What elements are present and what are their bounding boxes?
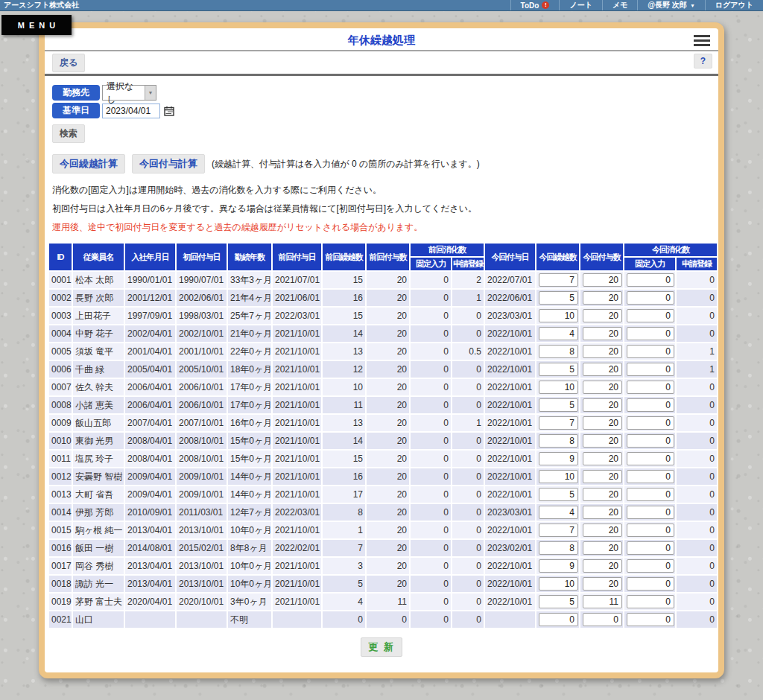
cur-granted-input[interactable] (583, 613, 622, 626)
cur-carryover-input[interactable] (539, 381, 578, 394)
cur-fixed-input[interactable] (627, 434, 674, 448)
cell-prev-carryover: 3 (322, 557, 366, 575)
cell-prev-granted: 20 (366, 450, 410, 468)
cur-fixed-input[interactable] (627, 309, 674, 322)
nav-note[interactable]: ノート (559, 0, 601, 10)
cell-cur-applied: 1 (676, 360, 718, 378)
nav-user-menu[interactable]: @長野 次郎 ▼ (637, 0, 704, 10)
cur-fixed-input[interactable] (627, 541, 674, 555)
cur-granted-input[interactable] (583, 559, 622, 573)
cur-carryover-input[interactable] (539, 613, 578, 626)
cur-carryover-input[interactable] (539, 506, 578, 519)
hamburger-menu-icon[interactable] (694, 35, 710, 48)
cell-prev-granted: 20 (366, 396, 410, 414)
help-button[interactable]: ? (694, 54, 712, 69)
cur-carryover-input[interactable] (539, 541, 578, 555)
cell-cur-carryover (536, 468, 580, 486)
cell-cur-grant-date (484, 611, 536, 629)
cell-first-grant-date: 2002/10/01 (176, 325, 227, 343)
cur-fixed-input[interactable] (627, 452, 674, 465)
cur-fixed-input[interactable] (627, 524, 674, 537)
cur-carryover-input[interactable] (539, 327, 578, 340)
cur-fixed-input[interactable] (627, 595, 674, 608)
table-row: 0019 茅野 富士夫 2020/04/01 2020/10/01 3年0ヶ月 … (48, 593, 718, 611)
cur-carryover-input[interactable] (539, 470, 578, 483)
cur-carryover-input[interactable] (539, 577, 578, 591)
cur-granted-input[interactable] (583, 416, 622, 430)
cur-carryover-input[interactable] (539, 398, 578, 412)
cur-carryover-input[interactable] (539, 273, 578, 287)
cell-hire-date: 1990/01/01 (124, 271, 176, 289)
col-prev-carryover: 前回繰越数 (322, 243, 366, 271)
nav-logout[interactable]: ログアウト (705, 0, 763, 10)
back-button[interactable]: 戻る (52, 54, 85, 72)
cell-prev-grant-date: 2021/10/01 (272, 486, 322, 503)
menu-button[interactable]: MENU (1, 15, 72, 35)
cur-fixed-input[interactable] (627, 398, 674, 412)
cur-granted-input[interactable] (583, 506, 622, 519)
search-button[interactable]: 検索 (52, 124, 85, 143)
workplace-select[interactable]: 選択なし ▼ (102, 85, 156, 101)
cell-name: 塩尻 玲子 (72, 450, 124, 468)
nav-memo[interactable]: メモ (602, 0, 637, 10)
cur-carryover-input[interactable] (539, 488, 578, 501)
cur-fixed-input[interactable] (627, 381, 674, 394)
cell-prev-granted: 20 (366, 289, 410, 307)
cur-granted-input[interactable] (583, 452, 622, 465)
cur-granted-input[interactable] (583, 470, 622, 483)
cur-fixed-input[interactable] (627, 291, 674, 305)
cur-granted-input[interactable] (583, 291, 622, 305)
cell-name: 松本 太郎 (72, 271, 124, 289)
cur-fixed-input[interactable] (627, 577, 674, 591)
cur-carryover-input[interactable] (539, 595, 578, 608)
cur-fixed-input[interactable] (627, 506, 674, 519)
cur-granted-input[interactable] (583, 434, 622, 448)
cur-granted-input[interactable] (583, 577, 622, 591)
cell-id: 0002 (48, 289, 72, 307)
workplace-label-button[interactable]: 勤務先 (52, 85, 100, 101)
cell-hire-date: 2001/12/01 (124, 289, 176, 307)
base-date-input[interactable] (102, 104, 160, 118)
cur-granted-input[interactable] (583, 488, 622, 501)
cur-granted-input[interactable] (583, 398, 622, 412)
grant-calc-button[interactable]: 今回付与計算 (132, 154, 205, 174)
carryover-calc-button[interactable]: 今回繰越計算 (52, 154, 125, 174)
calendar-icon[interactable] (164, 106, 174, 116)
cur-fixed-input[interactable] (627, 470, 674, 483)
cur-granted-input[interactable] (583, 345, 622, 358)
cur-fixed-input[interactable] (627, 613, 674, 626)
cur-carryover-input[interactable] (539, 524, 578, 537)
cur-granted-input[interactable] (583, 309, 622, 322)
cur-granted-input[interactable] (583, 273, 622, 287)
cur-granted-input[interactable] (583, 595, 622, 608)
cur-granted-input[interactable] (583, 381, 622, 394)
cur-fixed-input[interactable] (627, 345, 674, 358)
cur-fixed-input[interactable] (627, 327, 674, 340)
cell-first-grant-date: 2013/10/01 (176, 557, 227, 575)
base-date-label-button[interactable]: 基準日 (52, 103, 100, 118)
cur-carryover-input[interactable] (539, 559, 578, 573)
cur-carryover-input[interactable] (539, 291, 578, 305)
cur-carryover-input[interactable] (539, 452, 578, 465)
cur-fixed-input[interactable] (627, 559, 674, 573)
cur-carryover-input[interactable] (539, 434, 578, 448)
cur-granted-input[interactable] (583, 363, 622, 376)
cell-prev-granted: 20 (366, 271, 410, 289)
cur-carryover-input[interactable] (539, 363, 578, 376)
cur-carryover-input[interactable] (539, 416, 578, 430)
cur-carryover-input[interactable] (539, 345, 578, 358)
col-first-grant: 初回付与日 (176, 243, 227, 271)
update-button[interactable]: 更 新 (361, 637, 402, 657)
cur-fixed-input[interactable] (627, 488, 674, 501)
cur-granted-input[interactable] (583, 327, 622, 340)
cur-granted-input[interactable] (583, 541, 622, 555)
cur-fixed-input[interactable] (627, 363, 674, 376)
cell-id: 0019 (48, 593, 72, 611)
cell-first-grant-date: 2015/02/01 (176, 539, 227, 557)
cur-granted-input[interactable] (583, 524, 622, 537)
cur-carryover-input[interactable] (539, 309, 578, 322)
nav-todo[interactable]: ToDo ! (510, 0, 560, 10)
cell-prev-applied: 0 (452, 503, 484, 521)
cur-fixed-input[interactable] (627, 416, 674, 430)
cur-fixed-input[interactable] (627, 273, 674, 287)
